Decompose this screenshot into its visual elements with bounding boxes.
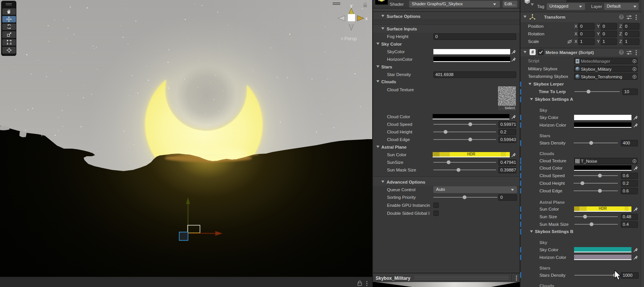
svg-text:x: x bbox=[365, 16, 368, 21]
svg-text:y: y bbox=[350, 3, 352, 8]
